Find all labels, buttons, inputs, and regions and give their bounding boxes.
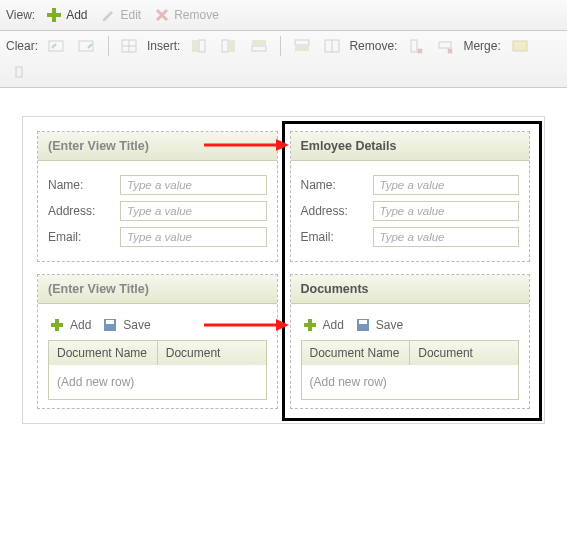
- svg-rect-2: [49, 41, 63, 51]
- outer-container: (Enter View Title) Name: Type a value Ad…: [22, 116, 545, 424]
- save-button[interactable]: Save: [101, 316, 150, 334]
- view-top-left[interactable]: (Enter View Title) Name: Type a value Ad…: [37, 131, 278, 262]
- view-title[interactable]: Emloyee Details: [291, 132, 530, 161]
- field-input[interactable]: Type a value: [373, 175, 520, 195]
- separator: [108, 36, 109, 56]
- view-title[interactable]: (Enter View Title): [38, 275, 277, 304]
- main-toolbar: View: Add Edit Remove: [0, 0, 567, 31]
- clear-icon-2: [78, 37, 96, 55]
- merge-icon-2: [10, 63, 28, 81]
- remove-col-icon: [407, 37, 425, 55]
- svg-rect-24: [106, 320, 114, 324]
- clear-icon: [48, 37, 66, 55]
- svg-rect-20: [16, 67, 22, 77]
- field-row: Email: Type a value: [301, 227, 520, 247]
- merge-btn-2: [6, 61, 32, 83]
- field-row: Address: Type a value: [48, 201, 267, 221]
- empty-row[interactable]: (Add new row): [302, 365, 519, 399]
- svg-rect-19: [513, 41, 527, 51]
- remove2-label: Remove:: [349, 39, 397, 53]
- svg-rect-11: [252, 40, 266, 45]
- insert-col-left: [186, 35, 212, 57]
- view-toolbar: Add Save: [301, 312, 520, 340]
- remove-col: [403, 35, 429, 57]
- insert-row-below-icon: [293, 37, 311, 55]
- clear-btn-1: [44, 35, 70, 57]
- field-label: Name:: [48, 178, 120, 192]
- view-add-button[interactable]: Add: [41, 4, 91, 26]
- merge-btn: [507, 35, 533, 57]
- insert-label: Insert:: [147, 39, 180, 53]
- field-row: Address: Type a value: [301, 201, 520, 221]
- separator: [280, 36, 281, 56]
- insert-row-above: [246, 35, 272, 57]
- svg-rect-26: [304, 323, 316, 327]
- field-input[interactable]: Type a value: [120, 175, 267, 195]
- insert-col-left-icon: [190, 37, 208, 55]
- add-button[interactable]: Add: [301, 316, 344, 334]
- field-row: Email: Type a value: [48, 227, 267, 247]
- view-body: Add Save Document Name Document (Add new…: [291, 304, 530, 408]
- svg-rect-18: [439, 42, 451, 48]
- field-label: Name:: [301, 178, 373, 192]
- insert-col-right: [216, 35, 242, 57]
- design-canvas: (Enter View Title) Name: Type a value Ad…: [0, 88, 567, 452]
- view-title[interactable]: (Enter View Title): [38, 132, 277, 161]
- field-row: Name: Type a value: [48, 175, 267, 195]
- merge-icon: [511, 37, 529, 55]
- remove-row-icon: [437, 37, 455, 55]
- insert-btn-5: [319, 35, 345, 57]
- field-input[interactable]: Type a value: [373, 201, 520, 221]
- field-label: Email:: [48, 230, 120, 244]
- view-toolbar: Add Save: [48, 312, 267, 340]
- clear-btn-2: [74, 35, 100, 57]
- column-header[interactable]: Document Name: [49, 341, 158, 365]
- field-input[interactable]: Type a value: [373, 227, 520, 247]
- clear-label: Clear:: [6, 39, 38, 53]
- insert-row-above-icon: [250, 37, 268, 55]
- view-bottom-right[interactable]: Documents Add Save Do: [290, 274, 531, 409]
- column-header[interactable]: Document: [158, 341, 266, 365]
- merge-label: Merge:: [463, 39, 500, 53]
- field-input[interactable]: Type a value: [120, 201, 267, 221]
- view-top-right[interactable]: Emloyee Details Name: Type a value Addre…: [290, 131, 531, 262]
- svg-rect-28: [359, 320, 367, 324]
- save-button[interactable]: Save: [354, 316, 403, 334]
- svg-rect-10: [229, 40, 235, 52]
- field-label: Address:: [48, 204, 120, 218]
- plus-icon: [301, 316, 319, 334]
- svg-rect-22: [51, 323, 63, 327]
- field-input[interactable]: Type a value: [120, 227, 267, 247]
- view-title[interactable]: Documents: [291, 275, 530, 304]
- svg-rect-8: [199, 40, 205, 52]
- svg-rect-7: [192, 40, 198, 52]
- grid-icon: [121, 37, 139, 55]
- save-icon: [354, 316, 372, 334]
- table-header: Document Name Document: [49, 341, 266, 365]
- views-grid: (Enter View Title) Name: Type a value Ad…: [31, 125, 536, 415]
- svg-rect-13: [295, 40, 309, 45]
- view-label: View:: [6, 8, 35, 22]
- column-header[interactable]: Document: [410, 341, 518, 365]
- svg-rect-14: [295, 46, 309, 51]
- clear-btn-3: [117, 35, 143, 57]
- view-remove-button: Remove: [149, 4, 223, 26]
- add-button[interactable]: Add: [48, 316, 91, 334]
- remove-row: [433, 35, 459, 57]
- view-body: Add Save Document Name Document (Add new…: [38, 304, 277, 408]
- view-bottom-left[interactable]: (Enter View Title) Add Save: [37, 274, 278, 409]
- pencil-icon: [100, 6, 118, 24]
- insert-icon-5: [323, 37, 341, 55]
- plus-icon: [45, 6, 63, 24]
- empty-row[interactable]: (Add new row): [49, 365, 266, 399]
- field-row: Name: Type a value: [301, 175, 520, 195]
- view-body: Name: Type a value Address: Type a value…: [291, 161, 530, 261]
- plus-icon: [48, 316, 66, 334]
- svg-rect-12: [252, 46, 266, 51]
- column-header[interactable]: Document Name: [302, 341, 411, 365]
- insert-col-right-icon: [220, 37, 238, 55]
- x-icon: [153, 6, 171, 24]
- view-edit-button: Edit: [96, 4, 146, 26]
- second-toolbar: Clear: Insert: Remove: Merge:: [0, 31, 567, 88]
- view-body: Name: Type a value Address: Type a value…: [38, 161, 277, 261]
